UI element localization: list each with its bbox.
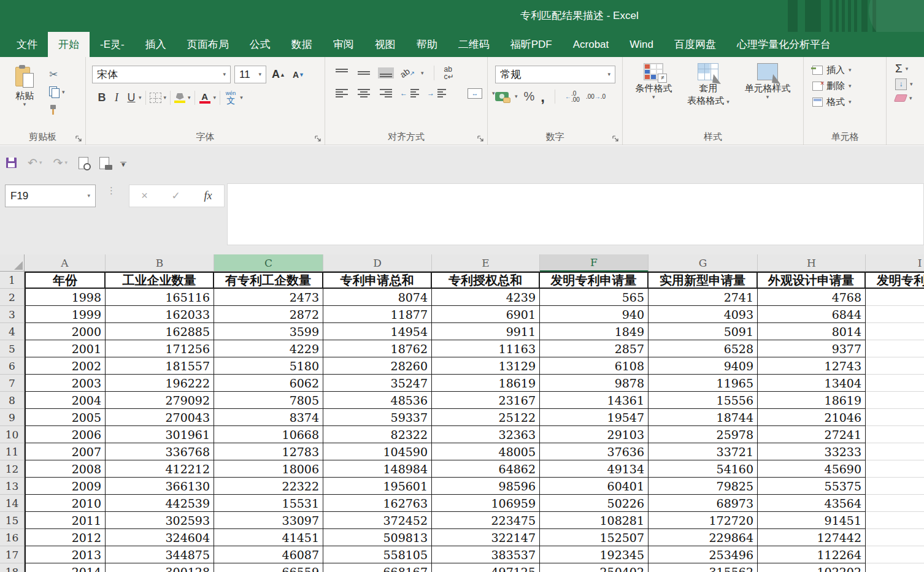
- column-header-F[interactable]: F: [540, 254, 649, 272]
- cell-G13[interactable]: 79825: [649, 478, 758, 495]
- cell-F9[interactable]: 19547: [540, 409, 649, 426]
- cell-I13[interactable]: [866, 478, 924, 495]
- ribbon-tab[interactable]: 百度网盘: [664, 32, 726, 57]
- align-left-button[interactable]: [334, 88, 350, 99]
- ribbon-tab[interactable]: Acrobat: [563, 32, 620, 57]
- ribbon-tab[interactable]: 审阅: [323, 32, 364, 57]
- quick-print-button[interactable]: [99, 157, 109, 169]
- cell-I11[interactable]: [866, 443, 924, 460]
- cell-I9[interactable]: [866, 409, 924, 426]
- cell-I14[interactable]: [866, 495, 924, 512]
- cell-B6[interactable]: 181557: [106, 357, 214, 375]
- cell-G8[interactable]: 15556: [649, 392, 758, 409]
- cell-G17[interactable]: 253496: [649, 546, 758, 563]
- cell-A8[interactable]: 2004: [25, 392, 106, 409]
- cell-D6[interactable]: 28260: [323, 357, 432, 375]
- cell-H2[interactable]: 4768: [758, 289, 866, 306]
- select-all-corner[interactable]: [0, 254, 25, 272]
- ribbon-tab[interactable]: 页面布局: [177, 32, 239, 57]
- cell-B8[interactable]: 279092: [106, 392, 214, 409]
- format-as-table-button[interactable]: 套用 表格格式 ▾: [687, 63, 730, 129]
- cell-E2[interactable]: 4239: [432, 289, 540, 306]
- cell-C11[interactable]: 12783: [214, 443, 323, 460]
- format-cells-button[interactable]: 格式 ▾: [812, 96, 880, 108]
- cell-C15[interactable]: 33097: [214, 512, 323, 529]
- bold-button[interactable]: B: [94, 91, 109, 104]
- increase-indent-button[interactable]: →: [427, 88, 448, 99]
- cell-I18[interactable]: [866, 563, 924, 572]
- row-header-6[interactable]: 6: [0, 357, 25, 375]
- font-size-combo[interactable]: 11 ▾: [234, 66, 266, 83]
- cell-I7[interactable]: [866, 375, 924, 392]
- fill-color-button[interactable]: [174, 93, 185, 103]
- cell-B7[interactable]: 196222: [106, 375, 214, 392]
- percent-style-button[interactable]: %: [524, 90, 535, 104]
- cell-D14[interactable]: 162763: [323, 495, 432, 512]
- ribbon-tab[interactable]: 视图: [364, 32, 406, 57]
- font-dialog-launcher[interactable]: [314, 134, 321, 141]
- font-color-button[interactable]: A: [199, 93, 211, 104]
- cell-G16[interactable]: 229864: [649, 529, 758, 546]
- number-dialog-launcher[interactable]: [612, 134, 619, 141]
- cell-C17[interactable]: 46087: [214, 546, 323, 563]
- cell-G12[interactable]: 54160: [649, 460, 758, 478]
- cell-D12[interactable]: 148984: [323, 460, 432, 478]
- cell-B9[interactable]: 270043: [106, 409, 214, 426]
- cell-B14[interactable]: 442539: [106, 495, 214, 512]
- cell-D10[interactable]: 82322: [323, 426, 432, 443]
- cell-H9[interactable]: 21046: [758, 409, 866, 426]
- cell-F5[interactable]: 2857: [540, 340, 649, 357]
- cell-G18[interactable]: 315562: [649, 563, 758, 572]
- cell-G6[interactable]: 9409: [649, 357, 758, 375]
- font-name-combo[interactable]: 宋体 ▾: [92, 66, 231, 83]
- autosum-button[interactable]: Σ ▾: [895, 63, 924, 74]
- cell-B17[interactable]: 344875: [106, 546, 214, 563]
- column-header-G[interactable]: G: [649, 254, 758, 272]
- cell-B18[interactable]: 300128: [106, 563, 214, 572]
- cell-C8[interactable]: 7805: [214, 392, 323, 409]
- cell-styles-button[interactable]: 单元格样式 ▾: [745, 63, 791, 129]
- cell-E15[interactable]: 223475: [432, 512, 540, 529]
- cell-G11[interactable]: 33721: [649, 443, 758, 460]
- cell-D18[interactable]: 668167: [323, 563, 432, 572]
- cell-I12[interactable]: [866, 460, 924, 478]
- cell-D11[interactable]: 104590: [323, 443, 432, 460]
- print-preview-button[interactable]: [79, 157, 88, 169]
- cell-E18[interactable]: 497125: [432, 563, 540, 572]
- conditional-formatting-button[interactable]: ≠ 条件格式 ▾: [635, 63, 672, 129]
- cell-D2[interactable]: 8074: [323, 289, 432, 306]
- cell-C1[interactable]: 有专利工企数量: [214, 272, 323, 289]
- cell-G4[interactable]: 5091: [649, 323, 758, 340]
- cell-D13[interactable]: 195601: [323, 478, 432, 495]
- ribbon-tab[interactable]: -E灵-: [90, 32, 135, 57]
- cell-G3[interactable]: 4093: [649, 306, 758, 323]
- clipboard-dialog-launcher[interactable]: [75, 134, 82, 141]
- cell-E4[interactable]: 9911: [432, 323, 540, 340]
- decrease-indent-button[interactable]: ←: [400, 88, 421, 99]
- cell-C6[interactable]: 5180: [214, 357, 323, 375]
- italic-button[interactable]: I: [109, 91, 124, 104]
- cell-H15[interactable]: 91451: [758, 512, 866, 529]
- cell-E6[interactable]: 13129: [432, 357, 540, 375]
- accounting-format-button[interactable]: [495, 92, 509, 101]
- row-header-2[interactable]: 2: [0, 289, 25, 306]
- cell-B15[interactable]: 302593: [106, 512, 214, 529]
- ribbon-tab[interactable]: 福昕PDF: [500, 32, 563, 57]
- cell-C13[interactable]: 22322: [214, 478, 323, 495]
- row-header-15[interactable]: 15: [0, 512, 25, 529]
- cell-G10[interactable]: 25978: [649, 426, 758, 443]
- delete-cells-button[interactable]: 删除 ▾: [812, 80, 880, 92]
- cell-F17[interactable]: 192345: [540, 546, 649, 563]
- cell-B16[interactable]: 324604: [106, 529, 214, 546]
- ribbon-tab[interactable]: 公式: [239, 32, 281, 57]
- cell-A14[interactable]: 2010: [25, 495, 106, 512]
- cell-E1[interactable]: 专利授权总和: [432, 272, 540, 289]
- cell-C14[interactable]: 15531: [214, 495, 323, 512]
- ribbon-tab[interactable]: 二维码: [448, 32, 500, 57]
- cell-C10[interactable]: 10668: [214, 426, 323, 443]
- save-button[interactable]: [6, 158, 17, 168]
- cell-A15[interactable]: 2011: [25, 512, 106, 529]
- cell-F18[interactable]: 250402: [540, 563, 649, 572]
- column-header-D[interactable]: D: [323, 254, 432, 272]
- borders-button[interactable]: [150, 93, 161, 103]
